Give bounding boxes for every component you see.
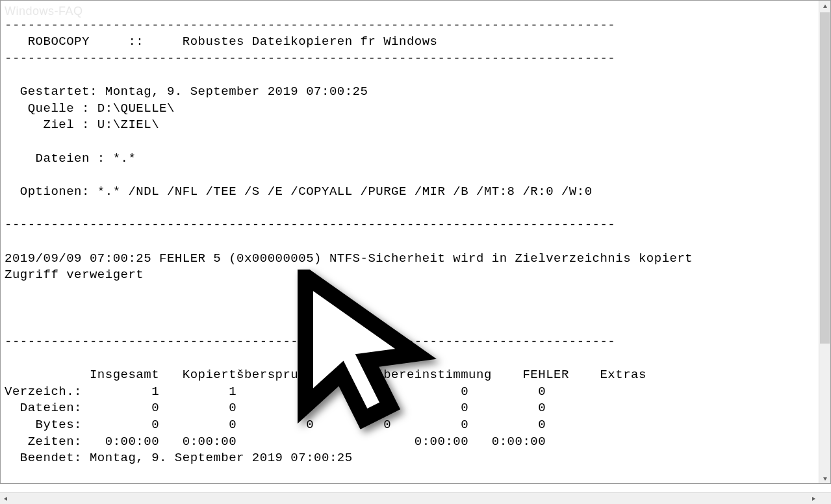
horizontal-scrollbar[interactable] — [0, 492, 831, 504]
info-quelle: Quelle : D:\QUELLE\ — [5, 101, 175, 116]
robocopy-header: ROBOCOPY :: Robustes Dateikopieren fr Wi… — [5, 34, 438, 49]
info-gestartet: Gestartet: Montag, 9. September 2019 07:… — [5, 84, 368, 99]
separator-line: ----------------------------------------… — [5, 218, 615, 232]
info-optionen: Optionen: *.* /NDL /NFL /TEE /S /E /COPY… — [5, 184, 593, 199]
cursor-icon — [292, 270, 442, 438]
info-ziel: Ziel : U:\ZIEL\ — [5, 118, 159, 132]
separator-line: ----------------------------------------… — [5, 18, 615, 32]
summary-verzeich: Verzeich.: 1 1 0 0 0 0 — [5, 384, 546, 399]
separator-line: ----------------------------------------… — [5, 51, 615, 66]
summary-zeiten: Zeiten: 0:00:00 0:00:00 0:00:00 0:00:00 — [5, 435, 546, 449]
summary-dateien: Dateien: 0 0 0 0 0 0 — [5, 401, 546, 415]
scroll-down-arrow-icon[interactable] — [819, 473, 830, 484]
summary-beendet: Beendet: Montag, 9. September 2019 07:00… — [5, 451, 353, 465]
error-line-2: Zugriff verweigert — [5, 268, 144, 282]
scroll-right-arrow-icon[interactable] — [808, 493, 819, 504]
info-dateien: Dateien : *.* — [5, 151, 136, 166]
scroll-left-arrow-icon[interactable] — [0, 493, 12, 504]
error-line-1: 2019/09/09 07:00:25 FEHLER 5 (0x00000005… — [5, 251, 693, 266]
summary-bytes: Bytes: 0 0 0 0 0 0 — [5, 418, 546, 432]
